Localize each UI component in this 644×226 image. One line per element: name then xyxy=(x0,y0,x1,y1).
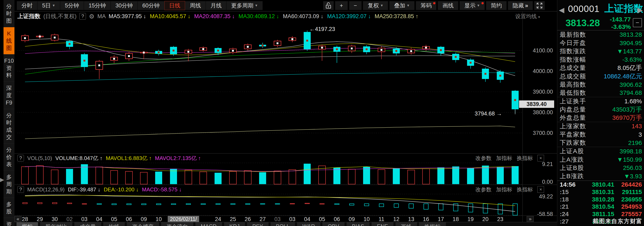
indicator-header-volume: ?VOL(5,10)VOLUME:8.047亿 ↑MAVOL1:6.883亿 ↑… xyxy=(17,154,544,163)
date-label: 16 xyxy=(423,216,429,223)
bottom-tab-BIAS[interactable]: BIAS xyxy=(346,222,370,226)
next-stock-arrow-icon[interactable]: ▶ xyxy=(638,6,643,14)
date-label: 23 xyxy=(497,216,503,223)
last-price: 3813.28 xyxy=(566,17,600,28)
bottom-tab-股年对比[interactable]: 股年对比 xyxy=(40,222,72,226)
left-sidebar: 分时图K线图F10资料深度F9分时成交分价表多周期多股资 ▶ xyxy=(0,0,14,226)
date-label: 12 xyxy=(393,216,400,223)
date-label: 19 xyxy=(468,216,474,223)
sidebar-item-fenshitu[interactable]: 分时图 xyxy=(4,0,14,27)
bottom-indicator-tabs-clipped: 指标股年对比成交量均线资金博弈资金流向MACDKDJPSYBOLLW&ROBVB… xyxy=(14,222,557,226)
date-label: 18 xyxy=(452,216,459,223)
sidebar-item-label: 资 xyxy=(6,65,12,71)
date-label: 04 xyxy=(96,216,102,223)
sidebar-item-label: 表 xyxy=(6,161,12,168)
quote-row-上A涨跌: 上A涨跌▼150.99 xyxy=(557,156,644,164)
quote-detail-rows: 最新指数3813.28今日开盘3904.95指数涨跌▼143.77指数涨幅-3.… xyxy=(557,30,644,181)
sidebar-item-label: 周 xyxy=(6,181,12,188)
quote-row-内盘总量: 内盘总量43503万手 xyxy=(557,106,644,114)
vol-value-MAVOL2: MAVOL2:7.135亿 ↑ xyxy=(155,155,201,162)
help-icon[interactable]: ? xyxy=(17,186,24,193)
sidebar-item-label: 股 xyxy=(6,209,12,215)
sidebar-item-f10ziliao[interactable]: F10资料 xyxy=(4,54,14,82)
quote-panel: ◀ 000001 上证指数 ▶ 3813.28 -143.77 -3.63% −… xyxy=(557,0,644,226)
quote-row-指数涨幅: 指数涨幅-3.63% xyxy=(557,55,644,64)
sidebar-item-label: 图 xyxy=(6,45,12,51)
bottom-tab-PSY[interactable]: PSY xyxy=(247,222,268,226)
high-annotation: ←4197.23 xyxy=(310,26,335,32)
quote-row-上证B股: 上证B股256.03 xyxy=(557,164,644,172)
bottom-tab-ENE[interactable]: ENE xyxy=(372,222,393,226)
sidebar-item-label: 分 xyxy=(6,147,12,153)
sidebar-item-label: 成 xyxy=(6,127,12,133)
macd-value-DEA: DEA:-10.200 ↓ xyxy=(104,186,138,193)
tick-row: 14:563810.41264426 xyxy=(557,181,644,188)
axis-label: 3700.00 xyxy=(520,130,553,136)
axis-label: 4000.00 xyxy=(520,68,553,74)
sidebar-item-shendu-f9[interactable]: 深度F9 xyxy=(4,82,14,109)
axis-label: 3900.00 xyxy=(520,89,553,95)
sidebar-item-duogu[interactable]: 多股 xyxy=(4,198,14,218)
help-icon[interactable]: ? xyxy=(17,155,24,162)
bottom-tab-资金流向[interactable]: 资金流向 xyxy=(161,222,193,226)
macd-control-加指标[interactable]: 加指标 xyxy=(496,186,512,193)
sidebar-item-kxiantu[interactable]: K线图 xyxy=(4,27,14,54)
sidebar-item-label: 分 xyxy=(6,112,12,119)
sidebar-item-label: 深 xyxy=(6,85,12,91)
minimize-panel-button[interactable]: − xyxy=(633,18,642,27)
quote-row-上证换手: 上证换手1.68% xyxy=(557,97,644,105)
sidebar-item-fenshichengjiao[interactable]: 分时成交 xyxy=(4,109,14,144)
bottom-tab-MACD[interactable]: MACD xyxy=(196,222,222,226)
sidebar-rail: 分时图K线图F10资料深度F9分时成交分价表多周期多股资 xyxy=(3,0,14,226)
date-label: 10 xyxy=(364,216,370,223)
bottom-tab-换指标[interactable]: 换指标 xyxy=(419,222,446,226)
macd-control-改参数[interactable]: 改参数 xyxy=(476,186,492,193)
bottom-tab-画线[interactable]: 画线 xyxy=(396,222,417,226)
quote-row-最高指数: 最高指数3906.62 xyxy=(557,80,644,89)
scroll-left-button[interactable]: « xyxy=(14,216,22,222)
date-label: 17 xyxy=(438,216,444,223)
watermark: 截图来自东方财富 xyxy=(593,217,642,225)
axis-label: 4100.00 xyxy=(520,47,553,54)
vol-value-MAVOL1: MAVOL1:6.883亿 ↑ xyxy=(106,155,152,162)
date-label: 28 xyxy=(22,216,28,223)
quote-row-总成交量: 总成交量8.05亿手 xyxy=(557,64,644,72)
sidebar-item-label: 线 xyxy=(6,38,12,44)
scroll-right-button[interactable]: » xyxy=(527,216,534,222)
vol-close-icon[interactable]: × xyxy=(538,155,544,162)
quote-row-下跌家数: 下跌家数2196 xyxy=(557,139,644,147)
month-label: 03 xyxy=(274,216,280,223)
date-label: 27 xyxy=(260,216,266,223)
tick-row: :153810.31291115 xyxy=(557,188,644,196)
sidebar-item-label: 期 xyxy=(6,189,12,195)
sidebar-expand-arrow-icon[interactable]: ▶ xyxy=(0,177,4,183)
axis-label: 3800.00 xyxy=(520,109,553,116)
sidebar-item-duozhouqi[interactable]: 多周期 xyxy=(4,171,14,198)
bottom-tab-指标[interactable]: 指标 xyxy=(16,222,38,226)
vol-control-加指标[interactable]: 加指标 xyxy=(496,155,512,162)
low-annotation: 3794.68 → xyxy=(475,111,502,117)
sidebar-item-partial[interactable]: 资 xyxy=(4,218,14,226)
date-label: 26 xyxy=(245,216,251,223)
bottom-tab-BOLL[interactable]: BOLL xyxy=(270,222,295,226)
bottom-tab-成交量[interactable]: 成交量 xyxy=(74,222,101,226)
vol-control-改参数[interactable]: 改参数 xyxy=(476,155,492,162)
bottom-tab-资金博弈[interactable]: 资金博弈 xyxy=(127,222,159,226)
sidebar-item-fenjiabiao[interactable]: 分价表 xyxy=(4,144,14,171)
bottom-tab-W&R[interactable]: W&R xyxy=(297,222,320,226)
quote-row-上涨家数: 上涨家数143 xyxy=(557,122,644,130)
month-label: 02 xyxy=(66,216,73,223)
date-label: 25 xyxy=(230,216,236,223)
bottom-tab-KDJ[interactable]: KDJ xyxy=(224,222,245,226)
macd-close-icon[interactable]: × xyxy=(538,186,544,193)
current-price-tag: 3839.40 xyxy=(519,100,554,108)
vol-control-换指标[interactable]: 换指标 xyxy=(517,155,533,162)
date-label: 24 xyxy=(215,216,221,223)
bottom-tab-均线[interactable]: 均线 xyxy=(103,222,125,226)
date-label: 06 xyxy=(334,216,340,223)
macd-control-换指标[interactable]: 换指标 xyxy=(517,186,533,193)
prev-stock-arrow-icon[interactable]: ◀ xyxy=(559,6,564,14)
bottom-tab-OBV[interactable]: OBV xyxy=(322,222,344,226)
crosshair-date-box: 2026/02/11/三 xyxy=(168,216,199,222)
date-label: 20 xyxy=(482,216,488,223)
